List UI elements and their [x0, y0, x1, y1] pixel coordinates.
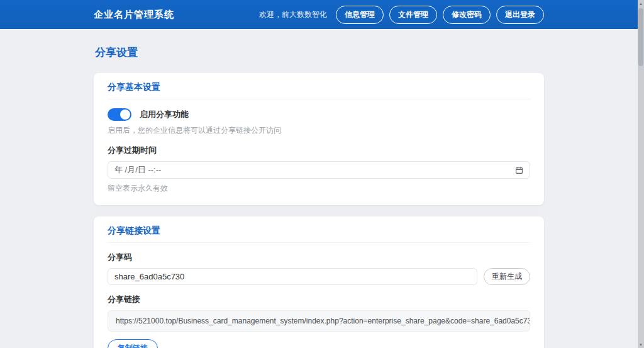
- topbar-right: 欢迎，前大数数智化 信息管理 文件管理 修改密码 退出登录: [259, 6, 544, 24]
- expire-datetime-input[interactable]: 年 /月/日 --:--: [108, 161, 530, 179]
- expire-hint: 留空表示永久有效: [108, 183, 530, 194]
- enable-share-toggle[interactable]: [108, 108, 131, 121]
- link-card-heading: 分享链接设置: [108, 225, 530, 243]
- share-link-label: 分享链接: [108, 294, 530, 305]
- page-content: 分享设置 分享基本设置 启用分享功能 启用后，您的企业信息将可以通过分享链接公开…: [94, 45, 544, 348]
- share-code-input[interactable]: [108, 268, 477, 285]
- nav-file-management-button[interactable]: 文件管理: [389, 6, 437, 24]
- copy-link-button[interactable]: 复制链接: [108, 339, 158, 348]
- share-link-value: https://521000.top/Business_card_managem…: [108, 310, 530, 332]
- main-area: 企业名片管理系统 欢迎，前大数数智化 信息管理 文件管理 修改密码 退出登录 分…: [0, 0, 638, 348]
- app-title: 企业名片管理系统: [94, 9, 174, 21]
- welcome-text: 欢迎，前大数数智化: [259, 9, 327, 20]
- scroll-up-icon[interactable]: ▲: [638, 0, 644, 7]
- nav-info-management-button[interactable]: 信息管理: [336, 6, 384, 24]
- toggle-knob: [120, 109, 130, 120]
- scroll-down-icon[interactable]: ▼: [638, 341, 644, 348]
- top-navigation-bar: 企业名片管理系统 欢迎，前大数数智化 信息管理 文件管理 修改密码 退出登录: [0, 0, 638, 29]
- page-title: 分享设置: [95, 45, 543, 60]
- calendar-icon[interactable]: [515, 166, 523, 174]
- vertical-scrollbar[interactable]: ▲ ▼: [638, 0, 644, 348]
- regenerate-button[interactable]: 重新生成: [484, 268, 530, 285]
- date-placeholder-text: 年 /月/日 --:--: [114, 164, 161, 176]
- expire-time-label: 分享过期时间: [108, 145, 530, 156]
- enable-share-description: 启用后，您的企业信息将可以通过分享链接公开访问: [108, 125, 530, 136]
- scrollbar-thumb[interactable]: [638, 8, 643, 66]
- enable-share-label: 启用分享功能: [140, 109, 189, 120]
- share-basic-settings-card: 分享基本设置 启用分享功能 启用后，您的企业信息将可以通过分享链接公开访问 分享…: [94, 73, 544, 205]
- nav-change-password-button[interactable]: 修改密码: [443, 6, 491, 24]
- share-link-settings-card: 分享链接设置 分享码 重新生成 分享链接 https://521000.top/…: [94, 216, 544, 348]
- nav-logout-button[interactable]: 退出登录: [496, 6, 544, 24]
- share-code-label: 分享码: [108, 252, 530, 263]
- app-viewport: ▲ ▼ 企业名片管理系统 欢迎，前大数数智化 信息管理 文件管理 修改密码 退出…: [0, 0, 644, 348]
- basic-card-heading: 分享基本设置: [108, 82, 530, 99]
